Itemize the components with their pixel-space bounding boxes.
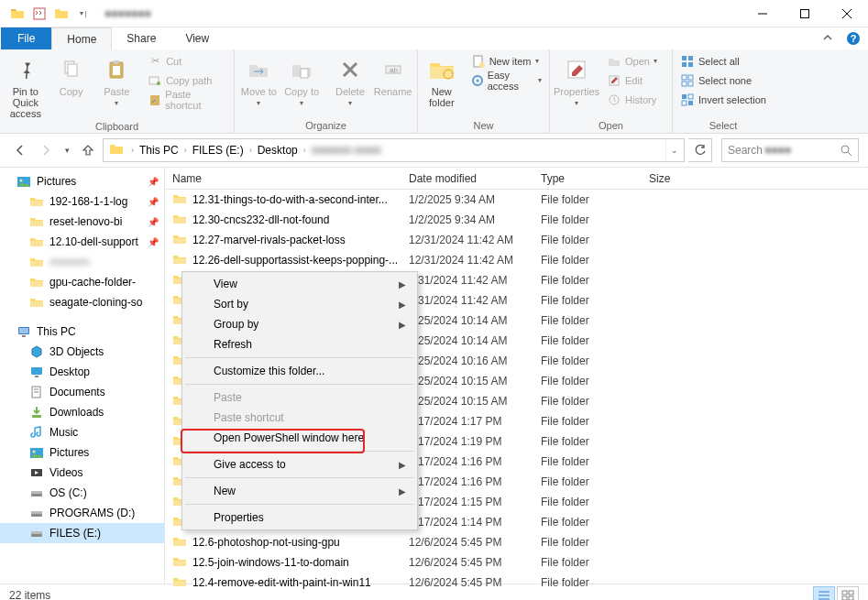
table-row[interactable]: 12.6-photoshop-not-using-gpu12/6/2024 5:… <box>165 532 868 552</box>
paste-shortcut-button[interactable]: Paste shortcut <box>144 90 230 109</box>
new-item-button[interactable]: New item ▾ <box>467 51 545 71</box>
sidebar-item[interactable]: This PC <box>0 322 164 342</box>
svg-rect-15 <box>301 69 308 78</box>
open-icon <box>607 54 621 69</box>
forward-button[interactable] <box>35 139 57 161</box>
ctx-refresh[interactable]: Refresh <box>184 334 415 355</box>
sidebar-item[interactable]: Music <box>0 422 164 442</box>
properties-button[interactable]: Properties ▾ <box>554 51 599 107</box>
delete-button[interactable]: Delete ▾ <box>330 51 371 107</box>
pin-to-quick-access-button[interactable]: Pin to Quick access <box>4 51 48 119</box>
share-tab[interactable]: Share <box>112 27 170 49</box>
svg-rect-46 <box>22 335 26 337</box>
chevron-right-icon[interactable]: › <box>302 146 308 155</box>
sidebar-item[interactable]: Videos <box>0 463 164 483</box>
maximize-button[interactable] <box>784 0 826 27</box>
ctx-sort-by[interactable]: Sort by▶ <box>184 294 415 314</box>
home-tab[interactable]: Home <box>51 27 112 49</box>
up-button[interactable] <box>77 139 99 161</box>
ctx-group-by[interactable]: Group by▶ <box>184 314 415 334</box>
copy-button[interactable]: Copy <box>49 51 93 97</box>
column-headers: Name Date modified Type Size <box>165 168 868 190</box>
new-folder-button[interactable]: New folder <box>422 51 462 108</box>
table-row[interactable]: 12.4-remove-edit-with-paint-in-win1112/6… <box>165 573 868 593</box>
chevron-down-icon: ▾ <box>654 57 657 65</box>
recent-dropdown[interactable]: ▾ <box>60 139 73 161</box>
table-row[interactable]: 12.27-marvel-rivals-packet-loss12/31/202… <box>165 230 868 250</box>
ctx-customize-folder[interactable]: Customize this folder... <box>184 361 415 381</box>
sidebar-item[interactable]: PROGRAMS (D:) <box>0 503 164 523</box>
open-button[interactable]: Open ▾ <box>603 51 661 71</box>
search-input[interactable]: Search■■■■ <box>721 138 859 162</box>
folder-icon <box>29 194 44 209</box>
folder-icon <box>172 212 187 229</box>
rename-button[interactable]: ab Rename <box>372 51 413 97</box>
ctx-paste: Paste <box>184 387 415 408</box>
sidebar-item[interactable]: Pictures📌 <box>0 171 164 191</box>
breadcrumb[interactable]: › This PC › FILES (E:) › Desktop › ■■■■■… <box>103 138 685 162</box>
new-folder-icon <box>427 55 456 84</box>
close-button[interactable] <box>826 0 868 27</box>
ribbon-expand-button[interactable] <box>817 27 839 49</box>
column-type[interactable]: Type <box>533 168 642 189</box>
breadcrumb-desktop[interactable]: Desktop <box>254 139 302 161</box>
file-tab[interactable]: File <box>1 27 51 49</box>
copy-path-button[interactable]: Copy path <box>144 71 230 90</box>
drive-icon <box>29 506 44 520</box>
ribbon-group-open: Properties ▾ Open ▾ Edit <box>550 49 673 133</box>
ctx-give-access[interactable]: Give access to▶ <box>184 454 415 475</box>
back-button[interactable] <box>9 139 31 161</box>
qat-properties-icon[interactable] <box>29 4 49 24</box>
table-row[interactable]: 12.30-cncs232-dll-not-found1/2/2025 9:34… <box>165 210 868 230</box>
table-row[interactable]: 12.26-dell-supportassist-keeps-popping-.… <box>165 250 868 270</box>
breadcrumb-drive[interactable]: FILES (E:) <box>189 139 247 161</box>
sidebar-item[interactable]: Documents <box>0 382 164 402</box>
breadcrumb-thispc[interactable]: This PC <box>136 139 182 161</box>
cut-button[interactable]: ✂ Cut <box>144 51 230 71</box>
sidebar-item[interactable]: seagate-cloning-so <box>0 292 164 312</box>
sidebar-item[interactable]: gpu-cache-folder- <box>0 272 164 292</box>
chevron-right-icon[interactable]: › <box>247 146 254 155</box>
sidebar-item[interactable]: FILES (E:) <box>0 523 164 543</box>
easy-access-button[interactable]: Easy access ▾ <box>467 71 545 90</box>
invert-selection-button[interactable]: Invert selection <box>676 90 770 109</box>
column-size[interactable]: Size <box>642 168 715 189</box>
sidebar-item[interactable]: 12.10-dell-support📌 <box>0 232 164 252</box>
select-none-button[interactable]: Select none <box>676 71 770 90</box>
history-button[interactable]: History <box>603 90 661 109</box>
svg-point-64 <box>39 534 41 536</box>
view-tab[interactable]: View <box>170 27 224 49</box>
refresh-button[interactable] <box>688 138 712 162</box>
sidebar-item[interactable]: 3D Objects <box>0 342 164 362</box>
table-row[interactable]: 12.5-join-windows-11-to-domain12/6/2024 … <box>165 552 868 573</box>
sidebar-item[interactable]: Downloads <box>0 402 164 422</box>
minimize-button[interactable] <box>742 0 784 27</box>
chevron-right-icon[interactable]: › <box>129 146 136 155</box>
ctx-properties[interactable]: Properties <box>184 507 415 528</box>
breadcrumb-current[interactable]: ■■■■■■ ■■■■ <box>308 139 665 161</box>
table-row[interactable]: 12.31-things-to-do-with-a-second-inter..… <box>165 190 868 210</box>
ctx-open-powershell[interactable]: Open PowerShell window here <box>184 428 415 448</box>
column-name[interactable]: Name <box>165 168 401 189</box>
edit-button[interactable]: Edit <box>603 71 661 90</box>
sidebar-item[interactable]: ■■■■■■ <box>0 252 164 272</box>
ctx-view[interactable]: View▶ <box>184 274 415 294</box>
qat-dropdown-icon[interactable]: ▾| <box>73 4 93 24</box>
ctx-new[interactable]: New▶ <box>184 481 415 501</box>
select-all-button[interactable]: Select all <box>676 51 770 71</box>
breadcrumb-dropdown[interactable]: ⌄ <box>665 139 682 161</box>
sidebar-item[interactable]: OS (C:) <box>0 483 164 503</box>
svg-rect-28 <box>682 56 687 60</box>
copy-path-icon <box>148 73 162 88</box>
copy-to-button[interactable]: Copy to ▾ <box>281 51 323 107</box>
sidebar-item[interactable]: reset-lenovo-bi📌 <box>0 212 164 232</box>
svg-rect-31 <box>688 62 693 67</box>
move-to-button[interactable]: Move to ▾ <box>238 51 280 107</box>
sidebar-item[interactable]: Pictures <box>0 442 164 463</box>
column-date[interactable]: Date modified <box>401 168 533 189</box>
sidebar-item[interactable]: Desktop <box>0 362 164 382</box>
help-button[interactable]: ? <box>842 27 864 49</box>
paste-button[interactable]: Paste ▾ <box>94 51 138 107</box>
chevron-right-icon[interactable]: › <box>182 146 189 155</box>
sidebar-item[interactable]: 192-168-1-1-log📌 <box>0 191 164 212</box>
